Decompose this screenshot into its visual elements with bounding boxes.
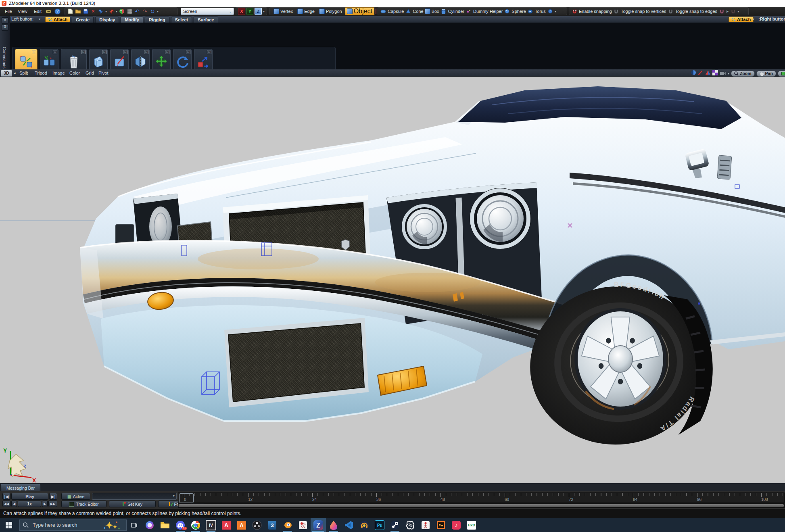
help-icon[interactable]: ? <box>54 8 61 15</box>
enable-snapping-button[interactable]: Enable snapping <box>579 9 612 14</box>
refresh-icon[interactable]: ↻ <box>149 8 156 15</box>
material-grid-icon[interactable] <box>126 8 133 15</box>
expand-corner-icon[interactable]: ◲ <box>81 50 86 54</box>
taskbar-icon-modeling-tool-1[interactable] <box>295 518 311 532</box>
menu-edit[interactable]: Edit <box>32 7 43 16</box>
taskbar-icon-app-orange-a[interactable]: Λ <box>234 518 249 532</box>
expand-corner-icon[interactable]: ◲ <box>144 50 148 54</box>
hotkeys-icon[interactable] <box>45 8 52 15</box>
sphere-icon[interactable] <box>504 8 510 15</box>
dummy-helper-icon[interactable] <box>466 8 472 15</box>
redo-icon[interactable]: ↷ <box>142 8 148 15</box>
mode-object-button[interactable]: Object <box>345 7 374 15</box>
box-icon[interactable] <box>425 8 430 14</box>
tab-create[interactable]: Create <box>72 17 94 23</box>
animation-select[interactable]: ▾ <box>92 493 177 500</box>
mode-edge-button[interactable]: Edge <box>296 8 316 15</box>
active-button[interactable]: ▦Active <box>61 493 90 500</box>
expand-corner-icon[interactable]: ◲ <box>123 50 127 54</box>
faces-icon[interactable] <box>705 70 711 77</box>
snap-more-icon[interactable]: ▾ <box>737 10 739 13</box>
expand-corner-icon[interactable]: ◲ <box>207 50 211 54</box>
primitive-box[interactable]: Box <box>432 9 439 14</box>
taskbar-icon-vscode[interactable] <box>341 518 357 532</box>
snap-extra-icon[interactable] <box>718 8 725 15</box>
taskbar-icon-modeling-tool-2[interactable] <box>418 518 433 532</box>
snap-disabled-icon[interactable] <box>730 8 736 15</box>
rewind-button[interactable]: ◀◀ <box>2 501 10 507</box>
title-bar[interactable]: Z ZModeler 64 bit version 3.3.1 (Build 1… <box>0 0 785 7</box>
delete-file-icon[interactable]: × <box>90 8 96 15</box>
track-editor-button[interactable]: Track Editor <box>61 501 106 507</box>
primitive-cone[interactable]: Cone <box>413 9 423 14</box>
camera-icon[interactable] <box>720 70 726 77</box>
left-tool-button[interactable]: Attach <box>45 17 70 22</box>
taskbar-icon-media-player-iv[interactable]: IV <box>203 518 219 532</box>
taskbar-icon-chrome[interactable] <box>188 518 203 532</box>
render-sphere-icon[interactable] <box>119 8 125 15</box>
multi-select-icon[interactable] <box>376 8 376 14</box>
search-input[interactable] <box>32 522 102 528</box>
right-tool-button[interactable]: Attach <box>729 17 754 22</box>
fast-fwd-button[interactable]: ▶▶ <box>48 501 57 507</box>
axis-z-button[interactable]: Z <box>255 8 262 15</box>
primitive-torus[interactable]: Torus <box>535 9 546 14</box>
tab-surface[interactable]: Surface <box>194 17 218 23</box>
taskbar-icon-3ds-max[interactable]: 3 <box>265 518 280 532</box>
taskbar-icon-file-explorer[interactable] <box>157 518 173 532</box>
axis-dropdown-icon[interactable]: ▾ <box>263 10 265 13</box>
import-dropdown-icon[interactable]: ▾ <box>105 10 107 13</box>
toggle-snap-edges-button[interactable]: Toggle snap to edges <box>675 9 717 14</box>
taskbar-icon-paint-drop[interactable] <box>326 518 341 532</box>
taskbar-icon-zmodeler[interactable]: Z <box>311 518 326 532</box>
expand-corner-icon[interactable]: ◲ <box>102 50 106 54</box>
primitives-dropdown-icon[interactable]: ▾ <box>555 10 556 13</box>
play-button[interactable]: Play <box>11 493 48 500</box>
close-icon[interactable]: × <box>2 17 8 24</box>
menu-view[interactable]: View <box>16 7 29 16</box>
cone-icon[interactable] <box>405 8 411 15</box>
set-key-button[interactable]: Set Key <box>109 501 156 507</box>
taskbar-icon-hxd[interactable]: HxD <box>464 518 479 532</box>
fit-button[interactable]: Fit <box>778 71 785 77</box>
go-start-button[interactable]: |◀ <box>2 493 10 500</box>
export-dropdown-icon[interactable]: ▾ <box>116 10 117 13</box>
timeline-scrollbar[interactable] <box>178 503 785 508</box>
taskbar-icon-copilot[interactable] <box>142 518 157 532</box>
expand-corner-icon[interactable]: ◲ <box>53 50 57 54</box>
shading-icon[interactable] <box>691 70 696 77</box>
taskbar-icon-app-red-a[interactable]: A <box>219 518 234 532</box>
tab-select[interactable]: Select <box>171 17 192 23</box>
taskbar-icon-discord[interactable]: 9+ <box>173 518 188 532</box>
texture-checker-icon[interactable] <box>712 70 718 77</box>
snap-edges-magnet-icon[interactable] <box>667 8 674 15</box>
extra-primitive-icon[interactable] <box>547 8 553 15</box>
more-tools-icon[interactable]: ▾ <box>157 10 159 13</box>
expand-corner-icon[interactable]: ◲ <box>32 50 36 54</box>
taskbar-icon-tiktok[interactable]: ♪ <box>449 518 464 532</box>
left-tool-dropdown-icon[interactable]: ▾ <box>39 17 40 21</box>
menu-file[interactable]: File <box>3 7 14 16</box>
frame-cursor[interactable] <box>179 493 194 503</box>
taskbar-icon-blender[interactable] <box>280 518 295 532</box>
viewport-menu-pivot[interactable]: Pivot <box>98 69 108 77</box>
capsule-icon[interactable] <box>380 8 386 15</box>
go-end-button[interactable]: ▶| <box>49 493 57 500</box>
viewport-menu-color[interactable]: Color <box>69 69 80 77</box>
save-icon[interactable] <box>82 8 89 15</box>
primitive-sphere[interactable]: Sphere <box>512 9 526 14</box>
viewport-type-button[interactable]: 3D <box>1 70 12 77</box>
screen-selector[interactable]: Screen ⌄ <box>181 8 234 15</box>
start-button[interactable] <box>0 518 18 532</box>
open-file-icon[interactable] <box>75 8 81 15</box>
mode-vertex-button[interactable]: Vertex <box>272 8 294 15</box>
timeline-ruler[interactable]: 0 12 24 36 48 60 72 84 96 108 <box>178 492 785 503</box>
taskbar-icon-steam[interactable] <box>387 518 403 532</box>
magnet-icon[interactable] <box>571 8 578 15</box>
snap-dropdown-icon[interactable]: |▾ <box>726 10 729 13</box>
camera-dropdown-icon[interactable]: ▾ <box>728 72 729 75</box>
taskbar-icon-photoshop[interactable]: Ps <box>372 518 387 532</box>
axis-x-button[interactable]: X <box>238 8 245 15</box>
right-tool-dropdown-icon[interactable]: ▾ <box>753 17 754 21</box>
tab-display[interactable]: Display <box>95 17 119 23</box>
